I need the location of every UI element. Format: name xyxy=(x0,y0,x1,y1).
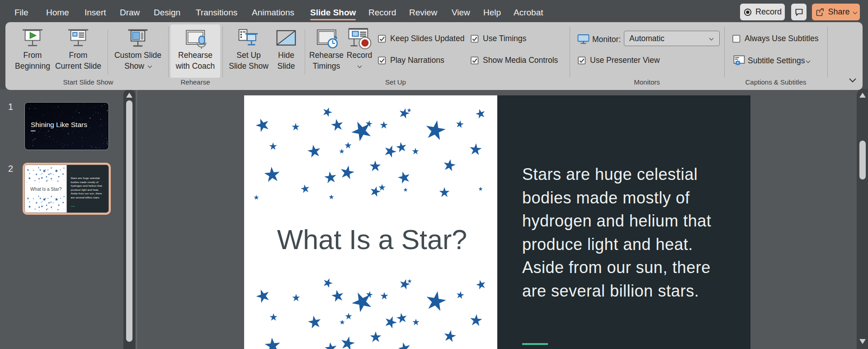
svg-text:Shining Like Stars: Shining Like Stars xyxy=(31,121,87,128)
